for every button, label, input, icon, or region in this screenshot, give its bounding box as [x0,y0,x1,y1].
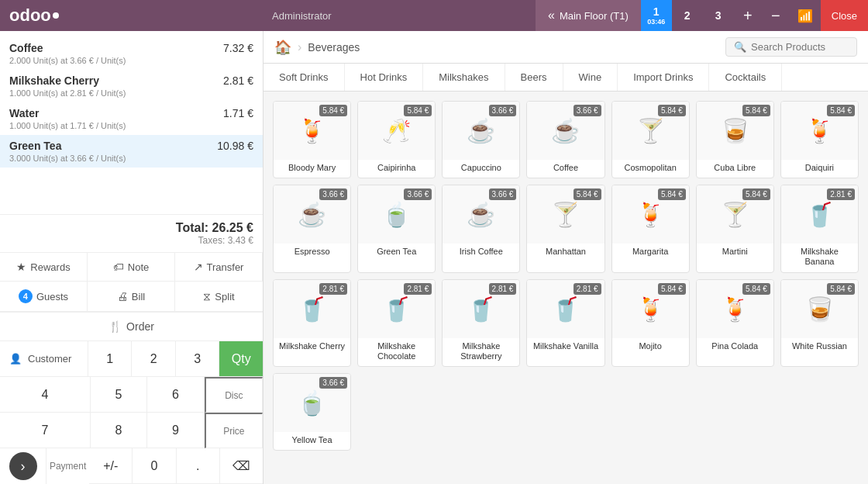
numpad-key-6[interactable]: 6 [147,377,204,413]
numpad-key-5[interactable]: 5 [91,377,147,413]
product-card-daiquiri[interactable]: 5.84 € 🍹 Daiquiri [780,101,859,178]
product-card-green-tea[interactable]: 3.66 € 🍵 Green Tea [357,185,436,272]
payment-button[interactable]: › [0,448,46,484]
numpad-key-3[interactable]: 3 [176,341,220,377]
numpad-key-9[interactable]: 9 [147,413,204,448]
order-button[interactable]: 🍴 Order [0,312,263,341]
arrow-circle: › [9,452,37,480]
product-price: 2.81 € [489,283,517,295]
product-card-cosmopolitan[interactable]: 5.84 € 🍸 Cosmopolitan [611,101,690,178]
product-name: Cuba Libre [697,160,773,178]
transfer-button[interactable]: ↗ Transfer [175,253,263,282]
top-bar: odoo Administrator « Main Floor (T1) 1 0… [0,0,868,31]
note-button[interactable]: 🏷 Note [88,253,175,282]
product-card-pina-colada[interactable]: 5.84 € 🍹 Pina Colada [696,279,774,367]
numpad-key-dot[interactable]: . [177,448,220,484]
close-button[interactable]: Close [821,0,868,31]
table-tab-2[interactable]: 2 [672,0,703,31]
numpad-key-4[interactable]: 4 [0,377,91,413]
bill-button[interactable]: 🖨 Bill [88,282,175,312]
bill-icon: 🖨 [117,290,128,302]
product-price: 5.84 € [658,283,686,295]
odoo-logo: odoo [0,0,68,31]
table-tab-1[interactable]: 1 03:46 [641,0,672,31]
numpad-disc-button[interactable]: Disc [205,377,263,413]
odoo-logo-text: odoo [9,5,51,26]
floor-tab[interactable]: « Main Floor (T1) [536,0,641,31]
product-name: Milkshake Cherry [274,338,350,356]
numpad-price-button[interactable]: Price [205,413,263,448]
product-card-capuccino[interactable]: 3.66 € ☕ Capuccino [442,101,520,178]
product-card-yellow-tea[interactable]: 3.66 € 🍵 Yellow Tea [273,373,351,451]
product-name: Caipirinha [358,160,435,178]
order-item-green-tea[interactable]: Green Tea 10.98 € 3.000 Unit(s) at 3.66 … [0,135,263,168]
order-item-milkshake-cherry[interactable]: Milkshake Cherry 2.81 € 1.000 Unit(s) at… [0,70,263,102]
product-name: Martini [697,244,773,261]
search-input[interactable] [751,41,849,53]
order-item-water-header: Water 1.71 € [9,107,253,119]
table-tabs: 1 03:46 2 3 + − [641,0,790,31]
order-item-water[interactable]: Water 1.71 € 1.000 Unit(s) at 1.71 € / U… [0,102,263,135]
tab-add-button[interactable]: + [734,0,762,31]
product-card-bloody-mary[interactable]: 5.84 € 🍹 Bloody Mary [273,101,351,178]
guests-button[interactable]: 4 Guests [0,282,88,312]
category-tab-hot-drinks[interactable]: Hot Drinks [345,64,424,91]
numpad-key-8[interactable]: 8 [91,413,147,448]
breadcrumb-beverages: Beverages [308,41,360,54]
numpad-qty-button[interactable]: Qty [219,341,263,377]
product-card-milkshake-vanilla[interactable]: 2.81 € 🥤 Milkshake Vanilla [526,279,604,367]
table-tab-3[interactable]: 3 [703,0,734,31]
category-tab-import-drinks[interactable]: Import Drinks [618,64,709,91]
product-card-milkshake-banana[interactable]: 2.81 € 🥤 Milkshake Banana [780,185,859,272]
home-icon[interactable]: 🏠 [274,39,291,56]
product-card-martini[interactable]: 5.84 € 🍸 Martini [696,185,774,272]
numpad-key-0[interactable]: 0 [133,448,176,484]
category-tab-wine[interactable]: Wine [563,64,618,91]
product-price: 5.84 € [827,105,855,116]
product-card-espresso[interactable]: 3.66 € ☕ Espresso [273,185,351,272]
product-card-caipirinha[interactable]: 5.84 € 🥂 Caipirinha [357,101,436,178]
numpad-key-7[interactable]: 7 [0,413,91,448]
product-name: Green Tea [358,244,435,261]
product-price: 5.84 € [319,105,347,116]
category-tab-milkshakes[interactable]: Milkshakes [423,64,505,91]
product-card-milkshake-chocolate[interactable]: 2.81 € 🥤 Milkshake Chocolate [357,279,436,367]
product-name: Mojito [612,338,689,356]
product-price: 5.84 € [742,283,770,295]
product-card-white-russian[interactable]: 5.84 € 🥃 White Russian [780,279,859,367]
product-card-margarita[interactable]: 5.84 € 🍹 Margarita [611,185,690,272]
category-tab-soft-drinks[interactable]: Soft Drinks [264,64,345,91]
product-name: Irish Coffee [443,244,519,261]
product-card-manhattan[interactable]: 5.84 € 🍸 Manhattan [526,185,604,272]
product-price: 5.84 € [658,105,686,116]
numpad-backspace-button[interactable]: ⌫ [220,448,263,484]
customer-button[interactable]: 👤 Customer [0,341,88,377]
product-card-coffee[interactable]: 3.66 € ☕ Coffee [526,101,604,178]
numpad-key-1[interactable]: 1 [88,341,133,377]
numpad-row-4: › Payment +/- 0 . ⌫ [0,448,263,484]
product-price: 3.66 € [319,188,347,200]
rewards-button[interactable]: ★ Rewards [0,253,88,282]
product-price: 2.81 € [404,283,432,295]
numpad-key-plusminus[interactable]: +/- [89,448,133,484]
category-tab-cocktails[interactable]: Cocktails [709,64,782,91]
product-card-mojito[interactable]: 5.84 € 🍹 Mojito [611,279,690,367]
tab-timer-1: 1 03:46 [647,5,665,26]
numpad-key-2[interactable]: 2 [132,341,176,377]
numpad: 👤 Customer 1 2 3 Qty 4 5 6 Disc 7 8 9 Pr… [0,341,263,484]
split-button[interactable]: ⧖ Split [175,282,263,312]
tab-remove-button[interactable]: − [762,0,790,31]
numpad-row-3: 7 8 9 Price [0,413,263,448]
order-item-coffee[interactable]: Coffee 7.32 € 2.000 Unit(s) at 3.66 € / … [0,37,263,70]
category-tabs: Soft Drinks Hot Drinks Milkshakes Beers … [264,64,868,92]
order-total-section: Total: 26.25 € Taxes: 3.43 € [0,214,263,252]
product-card-cuba-libre[interactable]: 5.84 € 🥃 Cuba Libre [696,101,774,178]
category-tab-beers[interactable]: Beers [505,64,563,91]
product-card-milkshake-cherry[interactable]: 2.81 € 🥤 Milkshake Cherry [273,279,351,367]
product-card-irish-coffee[interactable]: 3.66 € ☕ Irish Coffee [442,185,520,272]
product-name: Pina Colada [697,338,773,356]
product-card-milkshake-strawberry[interactable]: 2.81 € 🥤 Milkshake Strawberry [442,279,520,367]
order-icon: 🍴 [108,320,122,333]
product-name: Espresso [274,244,350,261]
numpad-row-2: 4 5 6 Disc [0,377,263,413]
